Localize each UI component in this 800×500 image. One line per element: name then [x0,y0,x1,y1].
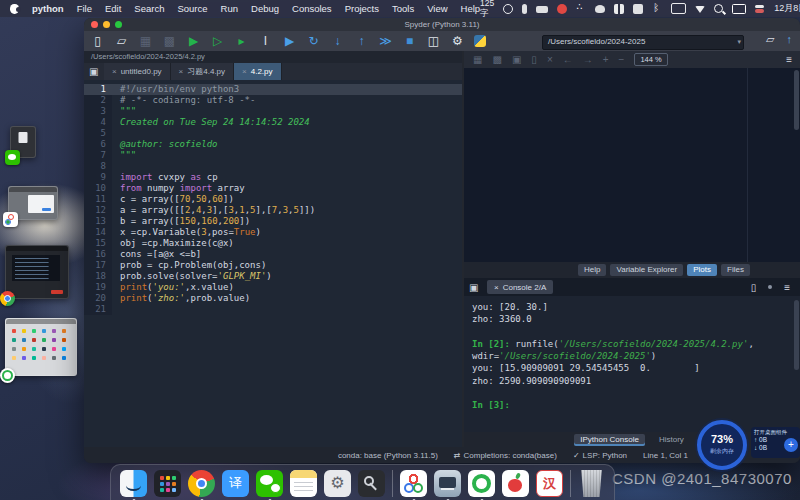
menu-item-edit[interactable]: Edit [105,3,121,14]
step-over-icon[interactable]: ↻ [306,32,321,50]
plots-zoom-level[interactable]: 144 % [634,53,667,66]
display-icon[interactable] [732,4,746,14]
console-menu-icon[interactable]: ≡ [784,282,790,293]
split-view-icon[interactable] [614,4,624,14]
working-directory-select[interactable]: /Users/scofieldo/2024-2025 [542,35,744,50]
input-source-icon[interactable] [671,3,686,14]
debug-file-icon[interactable]: ▶ [282,32,297,50]
dock-chrome-icon[interactable] [188,470,215,497]
editor-tab-习题4.4.py[interactable]: ×习题4.4.py [171,63,234,80]
panel-tab-files[interactable]: Files [721,264,750,276]
tab-close-icon[interactable]: × [242,67,247,76]
console-tab[interactable]: × Console 2/A [487,280,553,294]
menu-item-source[interactable]: Source [177,3,207,14]
bottom-tab-history[interactable]: History [653,434,690,446]
search-icon[interactable] [714,4,723,13]
step-out-icon[interactable]: ↑ [354,32,369,50]
dock-circles-app-icon[interactable] [400,470,427,497]
plots-menu-icon[interactable]: ≡ [786,54,792,65]
menu-item-file[interactable]: File [77,3,92,14]
debug-continue-icon[interactable]: ≫ [378,32,393,50]
editor-tab-untitled0.py[interactable]: ×untitled0.py [104,63,171,80]
menu-item-debug[interactable]: Debug [251,3,279,14]
dock-keychain-access-icon[interactable] [358,470,385,497]
mic-icon[interactable] [522,4,527,14]
browse-directory-icon[interactable]: ▱ [766,33,774,46]
record-icon[interactable] [557,4,567,14]
plots-canvas[interactable] [464,68,800,262]
menu-item-search[interactable]: Search [134,3,164,14]
code-line: 5 [84,128,462,139]
menu-item-python[interactable]: python [32,3,64,14]
main-toolbar: ▯▱▦▩▶▷▸I▶↻↓↑≫■◫⚙ /Users/scofieldo/2024-2… [84,31,800,51]
dock-seal-app-icon[interactable]: 汉 [536,470,563,497]
bottom-tab-ipython-console[interactable]: IPython Console [574,434,645,446]
new-console-icon[interactable]: ▯ [751,282,757,293]
tab-close-icon[interactable]: × [112,67,117,76]
code-editor[interactable]: 1#!/usr/bin/env python32# -*- codiarng: … [84,80,462,447]
ipython-console[interactable]: you: [20. 30.]zho: 3360.0 In [2]: runfil… [464,296,800,437]
new-file-icon[interactable]: ▯ [90,32,105,50]
menu-clock[interactable]: 12月8日 周日 22:57 [774,2,800,15]
menu-item-run[interactable]: Run [221,3,238,14]
console-tab-close-icon[interactable]: × [494,283,499,292]
panel-tab-plots[interactable]: Plots [687,264,717,276]
editor-tab-4.2.py[interactable]: ×4.2.py [234,63,281,80]
menu-item-consoles[interactable]: Consoles [292,3,332,14]
face-icon[interactable] [503,4,513,14]
memory-percentage-widget[interactable]: 73% 剩余内存 [697,420,747,470]
menu-item-help[interactable]: Help [461,3,481,14]
menu-item-view[interactable]: View [427,3,447,14]
keyboard-icon[interactable] [536,6,548,13]
menu-item-tools[interactable]: Tools [392,3,414,14]
dock-system-settings-icon[interactable]: ⚙ [324,470,351,497]
wifi-icon[interactable] [695,6,705,13]
console-browse-tabs-icon[interactable]: ▣ [469,282,480,293]
apple-menu-icon[interactable] [10,4,19,14]
step-into-icon[interactable]: ↓ [330,32,345,50]
menu-item-projects[interactable]: Projects [345,3,379,14]
maximize-pane-icon[interactable]: ◫ [426,32,441,50]
run-selection-icon[interactable]: I [258,32,273,50]
tab-close-icon[interactable]: × [179,67,184,76]
panel-tab-variable-explorer[interactable]: Variable Explorer [610,264,683,276]
plots-scrollbar[interactable] [794,70,799,130]
code-line: 17prob = cp.Problem(obj,cons) [84,260,462,271]
cloud-icon[interactable] [595,5,605,13]
run-file-icon[interactable]: ▶ [186,32,201,50]
dock-finder-icon[interactable] [120,470,147,497]
wechat-mini-window[interactable] [10,126,36,158]
run-cell-advance-icon[interactable]: ▸ [234,32,249,50]
control-center-icon[interactable] [755,4,765,14]
console-scrollbar[interactable] [794,300,799,370]
apps-grid-mini-window[interactable] [5,318,77,376]
window-icon[interactable] [633,4,643,14]
shapes-icon[interactable] [576,4,586,14]
dialog-mini-window[interactable] [8,186,58,220]
dock-apple-red-app-icon[interactable] [502,470,529,497]
dock-screens-app-icon[interactable] [434,470,461,497]
add-widget-button[interactable]: + [784,438,798,452]
debug-stop-icon[interactable]: ■ [402,32,417,50]
browse-tabs-icon[interactable]: ▣ [89,66,100,77]
parent-directory-icon[interactable]: ↑ [787,33,793,46]
toolbar-icons: ▯▱▦▩▶▷▸I▶↻↓↑≫■◫⚙ [90,32,486,50]
desktop-widget-panel[interactable]: 打开桌面组件 ↑ 0B ↓ 0B + [751,427,800,458]
console-tabbar: ▣ × Console 2/A ▯ ≡ [464,278,800,296]
dock-launchpad-icon[interactable] [154,470,181,497]
open-file-icon[interactable]: ▱ [114,32,129,50]
window-titlebar[interactable]: Spyder (Python 3.11) [84,18,800,31]
dock-green-ring-app-icon[interactable] [468,470,495,497]
line-number: 9 [84,172,112,183]
thumb-bar [6,319,76,324]
dock-trash-icon[interactable] [578,470,605,497]
python-env-icon[interactable] [474,35,486,47]
dock-wechat-icon[interactable] [256,470,283,497]
dock-notes-icon[interactable] [290,470,317,497]
preferences-wrench-icon[interactable]: ⚙ [450,32,465,50]
bluetooth-icon[interactable] [652,4,662,14]
panel-tab-help[interactable]: Help [578,264,606,276]
run-cell-icon[interactable]: ▷ [210,32,225,50]
code-mini-window[interactable] [5,245,69,299]
dock-translate-icon[interactable]: 译 [222,470,249,497]
